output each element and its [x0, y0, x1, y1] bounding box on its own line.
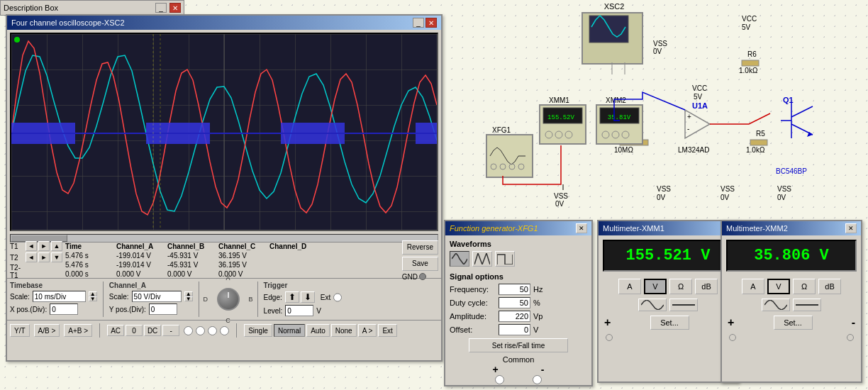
fg-offset-input[interactable] — [499, 324, 530, 335]
circuit-area: XSC2 VSS 0V VCC 5V R6 1.0kΩ Q1 BC546BP R… — [444, 0, 868, 220]
oscilloscope-minimize[interactable]: _ — [413, 18, 424, 28]
mm1-db-btn[interactable]: dB — [695, 279, 718, 294]
function-generator-window: Function generator-XFG1 ✕ Waveforms — [444, 220, 593, 386]
mm1-sine-wave-btn[interactable] — [638, 299, 667, 311]
svg-point-66 — [622, 131, 629, 138]
channel-knob[interactable] — [217, 288, 240, 311]
mm2-close[interactable]: ✕ — [845, 223, 857, 233]
trigger-falling-btn[interactable]: ⬇ — [301, 291, 315, 303]
mm2-wave-btns — [722, 297, 861, 313]
cha-ypos-input[interactable] — [149, 303, 177, 315]
cha-spin-down[interactable]: ▼ — [184, 296, 193, 301]
fg-duty-label: Duty cycle: — [450, 299, 496, 307]
mm1-ohm-btn[interactable]: Ω — [669, 279, 692, 294]
svg-text:0V: 0V — [653, 48, 662, 55]
svg-text:5V: 5V — [694, 93, 703, 101]
oscilloscope-close[interactable]: ✕ — [425, 18, 437, 28]
fg-radio-left[interactable] — [495, 375, 504, 384]
svg-text:-: - — [687, 125, 689, 133]
trigger-mode-buttons: Single Normal Auto None A > Ext — [244, 324, 397, 337]
timebase-xpos-label: X pos.(Div): — [10, 306, 47, 313]
timebase-scale-label: Scale: — [10, 293, 30, 301]
fg-radio-right[interactable] — [533, 375, 542, 384]
t1-right-btn[interactable]: ► — [38, 241, 50, 251]
mm1-set-btn[interactable]: Set... — [650, 316, 689, 330]
timebase-scale-input[interactable] — [33, 291, 86, 302]
t2-left-btn[interactable]: ◄ — [26, 252, 37, 262]
ab-button[interactable]: A/B > — [34, 324, 60, 337]
radio3[interactable] — [208, 326, 217, 335]
zero-button[interactable]: 0 — [126, 325, 143, 336]
cha-ypos-label: Y pos.(Div): — [109, 306, 146, 313]
trigger-level-input[interactable] — [285, 305, 313, 316]
mm1-buttons: A V Ω dB — [599, 276, 738, 297]
reverse-button[interactable]: Reverse — [402, 240, 438, 255]
yt-button[interactable]: Y/T — [10, 324, 30, 337]
apb-button[interactable]: A+B > — [64, 324, 92, 337]
svg-rect-62 — [600, 108, 639, 123]
t2-chb-val: -45.931 V — [167, 261, 217, 269]
meas-t-controls: T1 ◄ ► ▲ T2 ◄ ► ▼ T2-T1 — [10, 241, 62, 279]
mm2-radio-right[interactable] — [847, 334, 854, 341]
trigger-ext-radio[interactable] — [333, 293, 342, 302]
radio2[interactable] — [196, 326, 205, 335]
trigger-group: Trigger Edge: ⬆ ⬇ Ext Level: V — [264, 282, 343, 317]
save-button[interactable]: Save — [402, 257, 438, 271]
svg-point-50 — [500, 164, 506, 169]
mm2-sine-wave-btn[interactable] — [762, 299, 790, 311]
t2-down-btn[interactable]: ▼ — [51, 252, 62, 262]
mm2-radio-left[interactable] — [729, 334, 736, 341]
timebase-label: Timebase — [10, 282, 97, 289]
oscilloscope-scrollbar[interactable] — [10, 234, 438, 243]
radio1[interactable] — [184, 326, 193, 335]
t2-right-btn[interactable]: ► — [38, 252, 50, 262]
ext-button[interactable]: Ext — [378, 324, 396, 337]
mm1-radio-left[interactable] — [606, 334, 613, 341]
mm2-title: Multimeter-XMM2 — [726, 224, 788, 233]
fg-rise-fall-btn[interactable]: Set rise/Fall time — [469, 338, 568, 352]
mm2-flat-btn[interactable] — [793, 299, 821, 311]
none-button[interactable]: None — [331, 324, 357, 337]
ac-button[interactable]: AC — [107, 325, 124, 336]
trigger-edge-label: Edge: — [264, 294, 282, 301]
radio4[interactable] — [220, 326, 229, 335]
fg-sine-btn[interactable] — [450, 251, 469, 267]
trigger-rising-btn[interactable]: ⬆ — [285, 291, 299, 303]
mm2-set-btn[interactable]: Set... — [774, 316, 813, 330]
timebase-xpos-input[interactable] — [50, 303, 78, 315]
dc-button[interactable]: DC — [144, 325, 161, 336]
knob-area: A D B C — [205, 282, 252, 317]
timebase-spin-down[interactable]: ▼ — [89, 296, 97, 301]
t2-chc-val: 36.195 V — [218, 261, 268, 269]
fg-close-x[interactable]: ✕ — [576, 223, 587, 233]
fg-amplitude-input[interactable] — [499, 311, 530, 322]
fg-square-btn[interactable] — [495, 251, 515, 267]
cha-scale-input[interactable] — [132, 291, 182, 302]
mm2-db-btn[interactable]: dB — [818, 279, 841, 294]
normal-button[interactable]: Normal — [274, 324, 305, 337]
fg-duty-row: Duty cycle: % — [450, 297, 587, 308]
dash-button[interactable]: - — [162, 325, 179, 336]
mm2-a-btn[interactable]: A — [742, 279, 764, 294]
fg-triangle-btn[interactable] — [472, 251, 492, 267]
description-box-minimize[interactable]: _ — [155, 3, 167, 13]
cha-spin[interactable]: ▲ ▼ — [184, 291, 193, 301]
mm2-ohm-btn[interactable]: Ω — [793, 279, 816, 294]
osc-controls-row1: Timebase Scale: ▲ ▼ X pos.(Div): Channel… — [7, 278, 441, 320]
t1-left-btn[interactable]: ◄ — [26, 241, 37, 251]
mm1-v-btn[interactable]: V — [644, 279, 667, 294]
mm1-a-btn[interactable]: A — [618, 279, 641, 294]
auto-button[interactable]: Auto — [306, 324, 330, 337]
svg-rect-53 — [540, 105, 586, 144]
mm2-v-btn[interactable]: V — [767, 279, 790, 294]
ac-dc-buttons: AC 0 DC - — [107, 325, 179, 336]
timebase-spin[interactable]: ▲ ▼ — [89, 291, 97, 301]
svg-text:VSS: VSS — [653, 40, 667, 48]
fg-duty-input[interactable] — [499, 297, 530, 308]
fg-frequency-input[interactable] — [499, 284, 530, 295]
t1-up-btn[interactable]: ▲ — [51, 241, 62, 251]
a-arrow-button[interactable]: A > — [358, 324, 377, 337]
mm1-flat-btn[interactable] — [669, 299, 698, 311]
description-box-close[interactable]: ✕ — [169, 3, 181, 13]
single-button[interactable]: Single — [244, 324, 272, 337]
